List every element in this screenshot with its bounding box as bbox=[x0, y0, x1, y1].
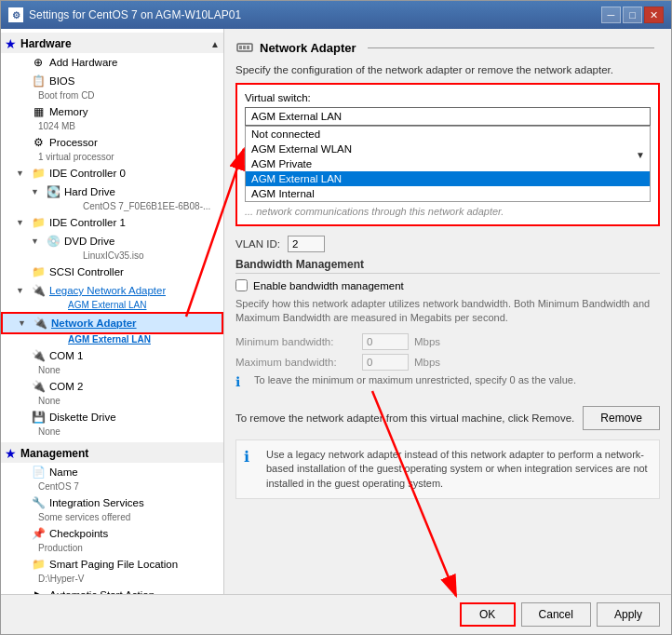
memory-label: Memory bbox=[49, 106, 88, 117]
memory-sublabel: 1024 MB bbox=[34, 121, 223, 133]
vswitch-option-agm-private[interactable]: AGM Private bbox=[246, 156, 650, 171]
hardware-section-label: Hardware bbox=[20, 37, 72, 50]
com1-label: COM 1 bbox=[49, 350, 83, 361]
legacy-info-box: ℹ Use a legacy network adapter instead o… bbox=[235, 439, 660, 499]
svg-rect-2 bbox=[243, 46, 246, 49]
sidebar-item-ide1[interactable]: ▼ 📁 IDE Controller 1 bbox=[1, 213, 223, 232]
sidebar-item-dvd[interactable]: ▼ 💿 DVD Drive bbox=[1, 232, 223, 250]
maximize-button[interactable]: □ bbox=[623, 7, 642, 23]
vswitch-dropdown[interactable]: AGM External LAN ▼ bbox=[245, 107, 651, 126]
ide1-label: IDE Controller 1 bbox=[49, 217, 126, 228]
hardware-section-header: ★ Hardware ▲ bbox=[1, 33, 223, 53]
info-icon: ℹ bbox=[235, 374, 250, 389]
vswitch-dropdown-container: AGM External LAN ▼ Not connected AGM Ext… bbox=[245, 107, 651, 202]
min-bw-label: Minimum bandwidth: bbox=[235, 336, 356, 347]
sidebar-item-bios[interactable]: 📋 BIOS bbox=[1, 72, 223, 90]
enable-bw-checkbox[interactable] bbox=[235, 279, 248, 291]
hardware-scroll-up[interactable]: ▲ bbox=[210, 39, 220, 49]
diskette-sublabel: None bbox=[34, 426, 223, 439]
sidebar-item-diskette[interactable]: 💾 Diskette Drive bbox=[1, 408, 223, 426]
name-label: Name bbox=[49, 466, 78, 478]
section-description: Specify the configuration of the network… bbox=[235, 64, 660, 75]
add-hardware-label: Add Hardware bbox=[49, 57, 118, 68]
com2-icon: 🔌 bbox=[31, 379, 46, 394]
checkpoints-sublabel: Production bbox=[34, 543, 223, 555]
svg-rect-3 bbox=[247, 46, 249, 49]
legacy-network-icon: 🔌 bbox=[31, 283, 46, 298]
right-panel: Network Adapter Specify the configuratio… bbox=[224, 29, 671, 594]
dvd-sublabel: LinuxICv35.iso bbox=[34, 250, 223, 263]
sidebar-item-com1[interactable]: 🔌 COM 1 bbox=[1, 346, 223, 365]
sidebar-item-network-adapter[interactable]: ▼ 🔌 Network Adapter bbox=[1, 312, 223, 334]
sidebar-item-memory[interactable]: ▦ Memory bbox=[1, 102, 223, 121]
integration-icon: 🔧 bbox=[31, 495, 46, 510]
sidebar-item-processor[interactable]: ⚙ Processor bbox=[1, 133, 223, 152]
vswitch-option-not-connected[interactable]: Not connected bbox=[246, 127, 650, 142]
title-bar: ⚙ Settings for CentOS 7 on AGM-W10LAP01 … bbox=[1, 1, 671, 29]
sidebar-item-ide0[interactable]: ▼ 📁 IDE Controller 0 bbox=[1, 164, 223, 182]
close-button[interactable]: ✕ bbox=[644, 7, 664, 23]
vswitch-grayed-text: ... network communications through this … bbox=[245, 206, 651, 217]
max-bw-input[interactable] bbox=[362, 354, 409, 371]
legacy-expand[interactable]: ▼ bbox=[16, 286, 31, 295]
cancel-button[interactable]: Cancel bbox=[521, 602, 591, 627]
hd-expand[interactable]: ▼ bbox=[31, 187, 46, 196]
network-adapter-icon: 🔌 bbox=[33, 316, 47, 331]
management-section-header: ★ Management bbox=[1, 442, 223, 463]
enable-bw-row: Enable bandwidth management bbox=[235, 279, 660, 291]
minimize-button[interactable]: ─ bbox=[601, 7, 621, 23]
sidebar-item-checkpoints[interactable]: 📌 Checkpoints bbox=[1, 524, 223, 543]
sidebar-item-auto-start[interactable]: ▶ Automatic Start Action bbox=[1, 586, 223, 594]
window-icon: ⚙ bbox=[8, 7, 23, 22]
network-expand[interactable]: ▼ bbox=[18, 318, 33, 328]
scsi-icon: 📁 bbox=[31, 264, 46, 279]
virtual-switch-box: Virtual switch: AGM External LAN ▼ Not c… bbox=[235, 83, 660, 226]
sidebar-item-integration[interactable]: 🔧 Integration Services bbox=[1, 493, 223, 512]
sidebar-item-add-hardware[interactable]: ⊕ Add Hardware bbox=[1, 53, 223, 72]
com1-sublabel: None bbox=[34, 365, 223, 377]
bios-sublabel: Boot from CD bbox=[34, 90, 223, 102]
dvd-expand[interactable]: ▼ bbox=[31, 236, 46, 246]
com2-sublabel: None bbox=[34, 396, 223, 408]
section-title-text: Network Adapter bbox=[260, 41, 356, 55]
ok-button[interactable]: OK bbox=[460, 602, 516, 627]
remove-text: To remove the network adapter from this … bbox=[235, 412, 574, 424]
legacy-network-label: Legacy Network Adapter bbox=[49, 285, 166, 296]
ide0-label: IDE Controller 0 bbox=[49, 168, 126, 179]
ide0-expand[interactable]: ▼ bbox=[16, 169, 31, 178]
sidebar-item-legacy-network[interactable]: ▼ 🔌 Legacy Network Adapter bbox=[1, 281, 223, 300]
vlan-label: VLAN ID: bbox=[235, 238, 280, 250]
min-bw-unit: Mbps bbox=[414, 336, 440, 347]
add-hardware-icon: ⊕ bbox=[31, 55, 46, 70]
ide0-icon: 📁 bbox=[31, 166, 46, 181]
name-sublabel: CentOS 7 bbox=[34, 481, 223, 493]
vswitch-option-agm-internal[interactable]: AGM Internal bbox=[246, 186, 650, 201]
ide1-icon: 📁 bbox=[31, 215, 46, 230]
vswitch-option-agm-ext-wlan[interactable]: AGM External WLAN bbox=[246, 142, 650, 156]
sidebar-item-scsi[interactable]: 📁 SCSI Controller bbox=[1, 263, 223, 281]
apply-button[interactable]: Apply bbox=[597, 602, 660, 627]
integration-sublabel: Some services offered bbox=[34, 512, 223, 524]
vswitch-selected-value: AGM External LAN bbox=[251, 111, 342, 122]
vswitch-dropdown-list: Not connected AGM External WLAN AGM Priv… bbox=[245, 126, 651, 202]
sidebar-item-com2[interactable]: 🔌 COM 2 bbox=[1, 377, 223, 396]
hd-icon: 💽 bbox=[46, 184, 60, 199]
com1-icon: 🔌 bbox=[31, 348, 46, 363]
ide1-expand[interactable]: ▼ bbox=[16, 218, 31, 227]
hardware-section-icon: ★ bbox=[5, 36, 17, 51]
processor-sublabel: 1 virtual processor bbox=[34, 152, 223, 164]
remove-button[interactable]: Remove bbox=[583, 406, 660, 430]
network-adapter-sublabel: AGM External LAN bbox=[34, 334, 223, 346]
vswitch-option-agm-ext-lan[interactable]: AGM External LAN bbox=[246, 171, 650, 186]
sidebar-item-name[interactable]: 📄 Name bbox=[1, 463, 223, 481]
bios-label: BIOS bbox=[49, 75, 74, 87]
network-adapter-section-icon bbox=[235, 38, 254, 57]
min-bw-input[interactable] bbox=[362, 333, 409, 350]
bandwidth-section: Bandwidth Management Enable bandwidth ma… bbox=[235, 258, 660, 399]
processor-icon: ⚙ bbox=[31, 135, 46, 150]
sidebar-item-hard-drive[interactable]: ▼ 💽 Hard Drive bbox=[1, 182, 223, 201]
legacy-info-text: Use a legacy network adapter instead of … bbox=[266, 448, 652, 491]
vlan-input[interactable] bbox=[288, 236, 325, 252]
sidebar-item-smart-paging[interactable]: 📁 Smart Paging File Location bbox=[1, 555, 223, 574]
smart-paging-label: Smart Paging File Location bbox=[49, 559, 178, 570]
